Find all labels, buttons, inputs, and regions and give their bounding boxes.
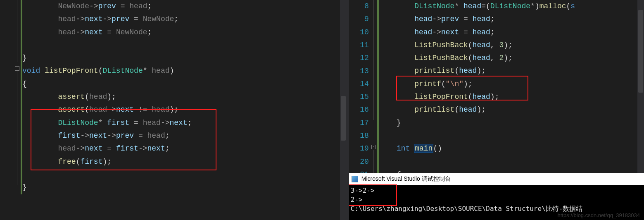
token: head	[459, 67, 477, 75]
token: head	[129, 2, 147, 10]
code-line[interactable]: first->next->prev = head;	[22, 129, 347, 142]
token: *	[454, 2, 459, 10]
code-line[interactable]: NewNode->prev = head;	[22, 0, 347, 13]
line-number: 18	[360, 132, 369, 140]
code-line[interactable]: listPopFront(head);	[379, 91, 644, 103]
code-line[interactable]: ListPushBack(head, 2);	[379, 52, 644, 65]
token: =	[129, 15, 143, 23]
token: 2	[499, 54, 504, 62]
code-line[interactable]: DListNode* head=(DListNode*)malloc(s	[379, 0, 644, 13]
fold-toggle[interactable]: -	[15, 66, 19, 71]
token: head	[473, 28, 490, 36]
code-line[interactable]: ListPushBack(head, 3);	[379, 39, 644, 52]
code-line[interactable]: printf("\n");	[379, 78, 644, 91]
code-area-left[interactable]: NewNode->prev = head; head->next->prev =…	[22, 0, 347, 220]
code-line[interactable]: void listPopFront(DListNode* head)	[22, 65, 347, 77]
code-line[interactable]: head->next = head;	[379, 26, 644, 39]
code-line[interactable]	[379, 129, 644, 142]
token: first	[116, 144, 138, 153]
token: }	[22, 183, 27, 191]
token: ()	[433, 144, 442, 153]
token: ->	[107, 105, 116, 114]
token: head	[473, 15, 490, 23]
token: head	[473, 93, 490, 101]
token: (	[85, 105, 89, 114]
token: =(	[481, 2, 490, 10]
token: head	[459, 105, 477, 114]
console-titlebar[interactable]: Microsoft Visual Studio 调试控制台	[349, 173, 644, 185]
line-number: 9	[364, 15, 369, 23]
code-line[interactable]: free(first);	[22, 155, 347, 168]
token: void	[22, 67, 40, 75]
token: head	[152, 67, 169, 75]
token: NewNode	[116, 28, 147, 36]
token: next	[116, 105, 134, 114]
token: ->	[76, 15, 85, 23]
editor-pane-left[interactable]: - NewNode->prev = head; head->next->prev…	[0, 0, 347, 220]
token: ;	[490, 15, 495, 23]
token: );	[490, 93, 499, 101]
code-line[interactable]	[379, 155, 644, 168]
code-line[interactable]	[22, 168, 347, 181]
code-line[interactable]: }	[22, 52, 347, 65]
line-number: 11	[360, 41, 369, 49]
token: *	[98, 119, 103, 127]
token: head	[143, 119, 161, 127]
token: DListNode	[414, 2, 454, 10]
code-line[interactable]: assert(head);	[22, 91, 347, 103]
token: ->	[89, 2, 98, 10]
token	[147, 67, 152, 75]
token: (	[468, 41, 473, 49]
token: (	[454, 105, 459, 114]
token: head	[414, 28, 432, 36]
code-line[interactable]	[22, 39, 347, 52]
token: next	[441, 28, 459, 36]
token: head	[58, 28, 76, 36]
code-line[interactable]: head->next = NewNode;	[22, 26, 347, 39]
token: next	[170, 119, 188, 127]
token: );	[170, 105, 179, 114]
token: DListNode	[490, 2, 530, 10]
token: ;	[174, 15, 178, 23]
token: ListPushBack	[414, 54, 468, 62]
line-number: 20	[360, 158, 369, 166]
token: prev	[116, 132, 134, 140]
code-line[interactable]: }	[22, 181, 347, 194]
code-line[interactable]: {	[22, 78, 347, 91]
code-line[interactable]: printlist(head);	[379, 103, 644, 116]
code-line[interactable]: }	[379, 117, 644, 129]
code-line[interactable]: head->next->prev = NewNode;	[22, 13, 347, 26]
line-number: 16	[360, 105, 369, 114]
token: ->	[107, 132, 116, 140]
token: next	[85, 144, 102, 153]
token: ->	[76, 144, 85, 153]
token: printlist	[414, 105, 454, 114]
token: head	[473, 54, 490, 62]
token: first	[107, 119, 129, 127]
code-line[interactable]: head->prev = head;	[379, 13, 644, 26]
token: free	[58, 158, 76, 166]
token: (	[468, 54, 473, 62]
line-number: 15	[360, 93, 369, 101]
fold-toggle[interactable]: -	[371, 145, 376, 149]
scrollbar-left[interactable]	[340, 0, 347, 220]
line-number: 12	[360, 54, 369, 62]
token: DListNode	[58, 119, 98, 127]
token: printlist	[414, 67, 454, 75]
code-line[interactable]: printlist(head);	[379, 65, 644, 77]
token: );	[504, 54, 513, 62]
token: ;	[490, 28, 495, 36]
token: next	[89, 132, 107, 140]
token: (	[468, 93, 473, 101]
console-output[interactable]: 3->2-> 2-> C:\Users\zhangxing\Desktop\SO…	[349, 185, 644, 214]
token: }	[397, 119, 401, 127]
code-line[interactable]: DListNode* first = head->next;	[22, 117, 347, 129]
token: =	[459, 15, 472, 23]
code-line[interactable]: head->next = first->next;	[22, 142, 347, 155]
token: ;	[188, 119, 192, 127]
token: ListPushBack	[414, 41, 468, 49]
editor-pane-right[interactable]: 89101112131415161718192021 - DListNode* …	[349, 0, 644, 220]
token: (	[85, 93, 89, 101]
code-line[interactable]: assert(head->next != head);	[22, 103, 347, 116]
code-line[interactable]: int main()	[379, 142, 644, 155]
